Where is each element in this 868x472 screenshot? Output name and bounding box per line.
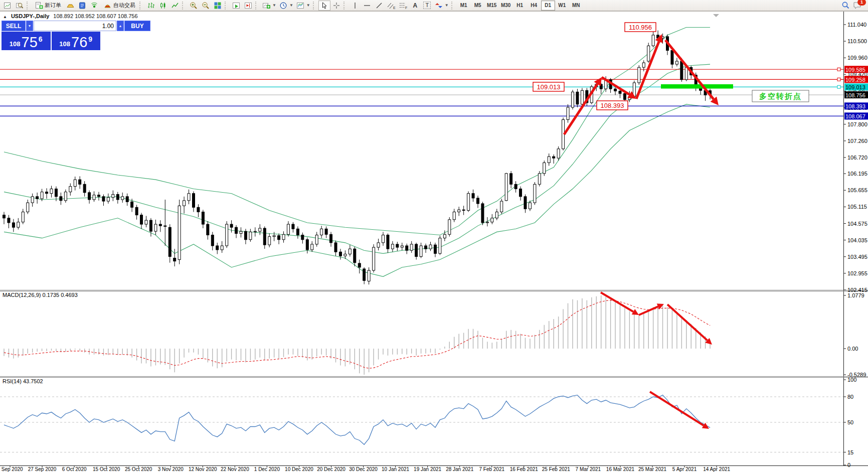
price-tag-108.393[interactable]: 108.393 bbox=[597, 101, 628, 110]
candle-body bbox=[330, 234, 332, 243]
hline-handle[interactable] bbox=[837, 78, 840, 81]
timeframe-w1[interactable]: W1 bbox=[555, 1, 569, 11]
timeframe-h4[interactable]: H4 bbox=[527, 1, 541, 11]
candle-body bbox=[420, 246, 422, 256]
volume-increase-button[interactable]: ▲ bbox=[117, 21, 124, 31]
candle-body bbox=[614, 89, 617, 91]
chart-shift-button[interactable] bbox=[242, 1, 254, 11]
hline-price-chip: 108.393 bbox=[844, 102, 868, 109]
candle-body bbox=[619, 91, 621, 93]
candle-body bbox=[263, 228, 266, 245]
candle-body bbox=[27, 203, 29, 212]
candle-body bbox=[69, 187, 72, 192]
volume-decrease-button[interactable]: ▼ bbox=[26, 21, 33, 31]
hline-handle[interactable] bbox=[837, 68, 840, 71]
price-tag-text: 110.956 bbox=[629, 24, 652, 31]
candle-body bbox=[387, 235, 389, 249]
macd-tick-label: 1.0779 bbox=[847, 292, 864, 298]
equidistant-channel-icon: E bbox=[387, 2, 396, 10]
volume-input[interactable] bbox=[34, 21, 116, 31]
autotrading-button[interactable]: 自动交易 bbox=[100, 1, 138, 11]
trendline-tool-button[interactable] bbox=[373, 1, 385, 11]
buy-price-display[interactable]: 108 76 9 bbox=[52, 32, 101, 50]
candle-body bbox=[17, 222, 20, 227]
candle-body bbox=[149, 220, 152, 231]
candle-body bbox=[259, 228, 261, 231]
indicators-button[interactable]: ▼ bbox=[261, 1, 278, 11]
zoom-in-button[interactable] bbox=[188, 1, 200, 11]
candlestick-icon bbox=[159, 2, 167, 10]
bar-chart-icon bbox=[147, 2, 155, 10]
timeframe-m30[interactable]: M30 bbox=[499, 1, 513, 11]
candle-body bbox=[244, 231, 247, 240]
templates-button[interactable]: ▼ bbox=[295, 1, 312, 11]
zoom-out-button[interactable] bbox=[200, 1, 212, 11]
candle-body bbox=[458, 210, 460, 212]
tile-windows-button[interactable] bbox=[212, 1, 224, 11]
channel-tool-button[interactable]: E bbox=[385, 1, 397, 11]
notifications-button[interactable]: 1 bbox=[851, 1, 863, 11]
price-tick-label: 104.575 bbox=[847, 221, 867, 227]
new-order-button[interactable]: 新订单 bbox=[32, 1, 64, 11]
label-tool-button[interactable]: T bbox=[421, 1, 433, 11]
price-tick-label: 106.720 bbox=[847, 154, 867, 161]
fibonacci-tool-button[interactable]: F bbox=[397, 1, 409, 11]
date-tick-label: 7 Feb 2021 bbox=[479, 466, 504, 472]
templates-icon bbox=[296, 2, 304, 10]
metaeditor-button[interactable] bbox=[76, 1, 88, 11]
sell-button[interactable]: SELL bbox=[2, 21, 26, 31]
candle-body bbox=[159, 224, 161, 226]
gold-button[interactable] bbox=[64, 1, 76, 11]
date-axis[interactable]: 7 Sep 202027 Sep 20206 Oct 202015 Oct 20… bbox=[0, 465, 731, 472]
hline-handle[interactable] bbox=[837, 85, 840, 88]
candle-body bbox=[79, 180, 81, 184]
new-chart-button[interactable] bbox=[2, 1, 14, 11]
price-tag-110.956[interactable]: 110.956 bbox=[625, 23, 656, 32]
rsi-tick-label: 80 bbox=[847, 394, 853, 400]
date-tick-label: 25 Feb 2021 bbox=[542, 466, 571, 472]
buy-price-pip: 9 bbox=[88, 36, 92, 43]
bar-chart-mode-button[interactable] bbox=[145, 1, 157, 11]
price-tick-label: 109.960 bbox=[847, 55, 867, 61]
candle-body bbox=[221, 246, 223, 250]
auto-scroll-button[interactable] bbox=[230, 1, 242, 11]
price-tag-109.013[interactable]: 109.013 bbox=[533, 82, 564, 91]
date-tick-label: 19 Jan 2021 bbox=[414, 466, 441, 472]
buy-price-big: 76 bbox=[71, 36, 87, 49]
candlestick-mode-button[interactable] bbox=[157, 1, 169, 11]
line-chart-mode-button[interactable] bbox=[169, 1, 181, 11]
search-button[interactable] bbox=[839, 1, 851, 11]
sell-price-display[interactable]: 108 75 6 bbox=[2, 32, 51, 50]
profiles-button[interactable] bbox=[14, 1, 26, 11]
horizontal-line-tool-button[interactable] bbox=[361, 1, 373, 11]
buy-button[interactable]: BUY bbox=[124, 21, 150, 31]
vertical-line-tool-button[interactable] bbox=[349, 1, 361, 11]
note-box[interactable]: 多空转折点 bbox=[752, 90, 809, 102]
timeframe-d1[interactable]: D1 bbox=[541, 1, 555, 11]
timeframe-m1[interactable]: M1 bbox=[457, 1, 471, 11]
auto-scroll-icon bbox=[232, 2, 240, 10]
arrows-tool-button[interactable]: ▼ bbox=[433, 1, 450, 11]
candle-body bbox=[83, 184, 86, 193]
timeframe-h1[interactable]: H1 bbox=[513, 1, 527, 11]
crosshair-tool-button[interactable] bbox=[330, 1, 342, 11]
candle-body bbox=[524, 197, 527, 209]
rsi-tick-label: 15 bbox=[847, 449, 853, 455]
candle-body bbox=[344, 254, 346, 256]
timeframe-mn[interactable]: MN bbox=[569, 1, 583, 11]
green-zone-highlight[interactable] bbox=[661, 84, 733, 89]
timeframe-m15[interactable]: M15 bbox=[485, 1, 499, 11]
candle-body bbox=[36, 197, 39, 199]
periods-button[interactable]: ▼ bbox=[278, 1, 295, 11]
cursor-tool-button[interactable] bbox=[318, 1, 330, 11]
chart-canvas[interactable]: 110.956109.013108.393多空转折点111.040110.500… bbox=[0, 0, 868, 472]
timeframe-m5[interactable]: M5 bbox=[471, 1, 485, 11]
candle-body bbox=[443, 234, 446, 238]
candle-body bbox=[495, 212, 498, 218]
candle-body bbox=[268, 237, 271, 245]
text-tool-button[interactable]: A bbox=[409, 1, 421, 11]
collapse-panel-icon[interactable]: ▲ bbox=[3, 15, 7, 19]
candle-body bbox=[680, 61, 683, 80]
candle-body bbox=[135, 207, 138, 215]
signals-button[interactable] bbox=[88, 1, 100, 11]
